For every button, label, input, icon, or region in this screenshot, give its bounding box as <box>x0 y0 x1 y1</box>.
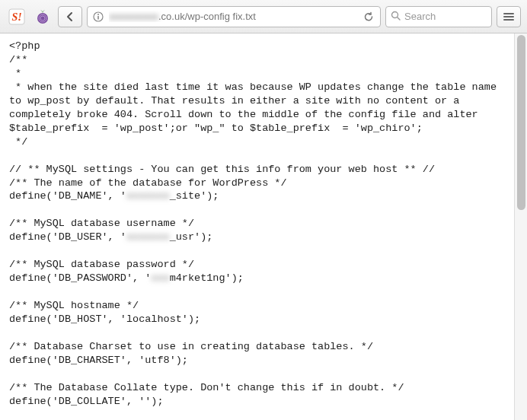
back-button[interactable] <box>58 6 82 27</box>
url-bar[interactable]: xxxxxxxxxx.co.uk/wp-config fix.txt <box>87 6 381 27</box>
scrollbar-thumb[interactable] <box>517 35 525 210</box>
vertical-scrollbar[interactable] <box>514 33 527 420</box>
search-input[interactable] <box>404 11 487 22</box>
extension-stumbleupon-icon[interactable]: S! <box>6 6 27 27</box>
svg-point-6 <box>97 14 99 15</box>
search-icon <box>391 11 401 23</box>
code-text: <?php /** * * when the site died last ti… <box>9 40 504 420</box>
svg-text:S!: S! <box>11 11 21 23</box>
info-icon[interactable] <box>92 11 104 23</box>
reload-button[interactable] <box>362 10 375 24</box>
document-content: <?php /** * * when the site died last ti… <box>0 33 513 420</box>
hamburger-menu-button[interactable] <box>497 6 521 27</box>
page-viewport: <?php /** * * when the site died last ti… <box>0 33 513 420</box>
url-text: xxxxxxxxxx.co.uk/wp-config fix.txt <box>109 11 357 22</box>
svg-line-9 <box>398 17 401 20</box>
svg-rect-7 <box>97 16 99 20</box>
search-bar[interactable] <box>385 6 492 27</box>
browser-toolbar: S! xxxxxxxxxx.co.uk/wp-config fix.txt <box>0 0 527 33</box>
tor-onion-icon[interactable] <box>32 6 53 27</box>
